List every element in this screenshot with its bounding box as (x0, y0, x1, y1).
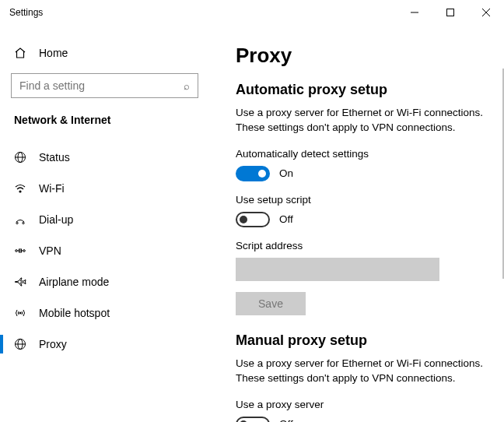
use-script-state: Off (279, 213, 293, 225)
sidebar-item-label: VPN (39, 244, 61, 257)
hotspot-icon (14, 307, 26, 319)
sidebar-item-label: Wi-Fi (39, 182, 65, 195)
home-label: Home (39, 47, 68, 59)
svg-point-8 (16, 222, 18, 223)
manual-heading: Manual proxy setup (236, 332, 501, 349)
svg-point-11 (23, 250, 26, 252)
sidebar-item-label: Mobile hotspot (39, 307, 110, 319)
minimize-icon (411, 9, 418, 16)
svg-point-14 (19, 312, 21, 314)
auto-desc: Use a proxy server for Ethernet or Wi-Fi… (236, 106, 500, 135)
page-title: Proxy (236, 44, 501, 68)
search-icon: ⌕ (184, 80, 190, 92)
window-title: Settings (9, 7, 43, 18)
proxy-icon (14, 338, 26, 350)
manual-desc: Use a proxy server for Ethernet or Wi-Fi… (236, 357, 500, 386)
sidebar: Home ⌕ Network & Internet Status Wi-Fi (0, 25, 209, 422)
sidebar-item-status[interactable]: Status (0, 142, 209, 173)
wifi-icon (14, 182, 26, 195)
dialup-icon (14, 213, 26, 226)
sidebar-item-dialup[interactable]: Dial-up (0, 204, 209, 235)
auto-detect-state: On (279, 167, 293, 179)
sidebar-item-proxy[interactable]: Proxy (0, 329, 209, 360)
minimize-button[interactable] (397, 0, 432, 25)
titlebar: Settings (0, 0, 504, 25)
script-address-label: Script address (236, 240, 501, 251)
auto-detect-label: Automatically detect settings (236, 148, 501, 160)
sidebar-item-label: Airplane mode (39, 276, 109, 288)
svg-rect-1 (447, 9, 454, 16)
use-proxy-label: Use a proxy server (236, 399, 501, 410)
use-script-label: Use setup script (236, 194, 501, 206)
sidebar-category: Network & Internet (0, 109, 209, 135)
maximize-icon (446, 9, 454, 16)
sidebar-nav: Status Wi-Fi Dial-up VPN (0, 142, 209, 360)
search-input[interactable] (12, 74, 198, 97)
use-proxy-state: Off (279, 418, 293, 422)
airplane-icon (14, 276, 26, 288)
close-icon (482, 9, 490, 16)
script-address-input[interactable] (236, 258, 439, 281)
sidebar-item-label: Dial-up (39, 213, 73, 226)
svg-point-10 (16, 250, 18, 252)
home-link[interactable]: Home (0, 37, 209, 69)
auto-detect-toggle[interactable] (236, 166, 270, 181)
vpn-icon (14, 244, 26, 257)
use-proxy-toggle[interactable] (236, 417, 270, 422)
sidebar-item-airplane[interactable]: Airplane mode (0, 266, 209, 297)
save-button[interactable]: Save (236, 292, 306, 315)
window-controls (397, 0, 504, 25)
sidebar-item-label: Status (39, 151, 70, 164)
sidebar-item-wifi[interactable]: Wi-Fi (0, 173, 209, 204)
search-box[interactable]: ⌕ (11, 73, 198, 98)
close-button[interactable] (468, 0, 504, 25)
sidebar-item-vpn[interactable]: VPN (0, 235, 209, 266)
use-script-toggle[interactable] (236, 212, 270, 227)
globe-icon (14, 151, 26, 164)
svg-point-7 (19, 191, 21, 192)
auto-heading: Automatic proxy setup (236, 82, 501, 98)
sidebar-item-hotspot[interactable]: Mobile hotspot (0, 297, 209, 329)
content-pane: Proxy Automatic proxy setup Use a proxy … (209, 25, 504, 422)
sidebar-item-label: Proxy (39, 338, 67, 350)
svg-point-9 (23, 222, 24, 223)
maximize-button[interactable] (432, 0, 468, 25)
home-icon (14, 47, 26, 59)
